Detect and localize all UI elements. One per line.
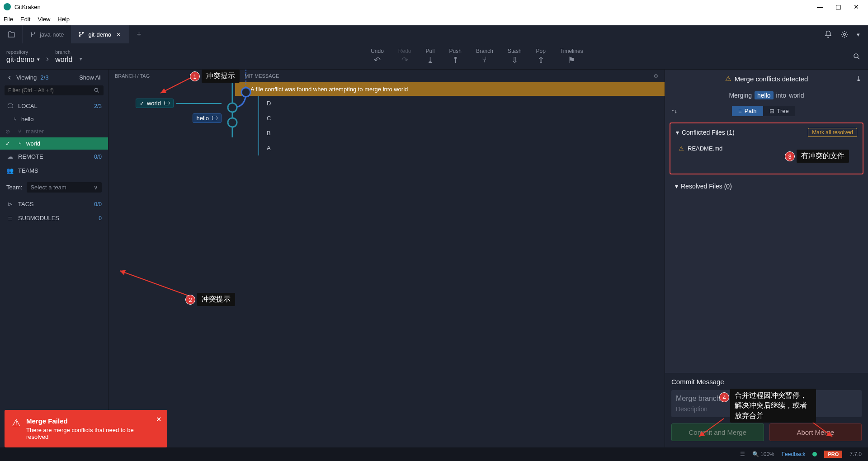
menu-view[interactable]: View (38, 14, 50, 25)
chevron-left-icon[interactable] (6, 75, 13, 81)
tab-label: git-demo (88, 31, 111, 38)
annotation-2-label: 冲突提示 (197, 293, 235, 306)
mark-all-resolved-button[interactable]: Mark all resolved (808, 128, 857, 137)
close-button[interactable]: ✕ (852, 3, 861, 10)
svg-point-1 (31, 35, 32, 36)
svg-point-7 (854, 54, 858, 58)
tab-git-demo[interactable]: git-demo × (71, 25, 129, 43)
layers-icon: ≣ (6, 215, 14, 221)
shield-warning-icon: ⚠ (12, 417, 21, 440)
repository-label: repository (6, 49, 40, 55)
toast-close-button[interactable]: ✕ (156, 415, 162, 423)
search-button[interactable] (845, 43, 868, 69)
menu-file[interactable]: File (4, 14, 13, 25)
view-tree-button[interactable]: ⊟Tree (763, 106, 795, 116)
download-icon[interactable]: ⤓ (856, 75, 862, 83)
menu-help[interactable]: Help (57, 14, 70, 25)
redo-button[interactable]: Redo↷ (398, 48, 411, 65)
team-select[interactable]: Select a team∨ (27, 182, 102, 193)
annotation-1: 1 (190, 71, 200, 81)
chevron-down-icon[interactable]: ▾ (80, 56, 82, 62)
svg-line-16 (160, 76, 194, 93)
tab-close-button[interactable]: × (115, 31, 122, 38)
view-path-button[interactable]: ≡Path (732, 106, 763, 116)
list-icon: ≡ (738, 108, 742, 114)
window-title: GitKraken (14, 4, 816, 10)
local-section[interactable]: 🖵LOCAL 2/3 (0, 99, 108, 113)
tab-java-note[interactable]: java-note (23, 25, 71, 43)
laptop-icon: 🖵 (212, 115, 217, 122)
branch-filter[interactable] (5, 85, 104, 95)
svg-line-18 (699, 419, 724, 437)
minimize-button[interactable]: — (816, 3, 825, 10)
teams-section[interactable]: 👥TEAMS (0, 164, 108, 178)
conflicted-header[interactable]: ▾Conflicted Files (1) (676, 129, 735, 136)
sidebar: Viewing 2/3 Show All 🖵LOCAL 2/3 ⑂hello ⊘… (0, 70, 108, 447)
annotation-1-label: 冲突提示 (202, 70, 240, 83)
branch-master[interactable]: ⊘⑂master (0, 125, 108, 137)
search-icon (853, 52, 861, 61)
gear-icon[interactable] (840, 30, 849, 38)
stash-button[interactable]: Stash⇩ (508, 48, 522, 65)
svg-point-8 (94, 88, 98, 91)
svg-point-2 (34, 32, 35, 33)
tag-icon: ⊳ (6, 201, 14, 207)
commit-row[interactable]: A (108, 141, 665, 155)
repository-selector[interactable]: git-demo ▾ (6, 56, 40, 64)
main-content: Viewing 2/3 Show All 🖵LOCAL 2/3 ⑂hello ⊘… (0, 70, 868, 447)
branch-icon (30, 31, 36, 38)
branch-label: branch (55, 49, 72, 55)
toast-body: There are merge conflicts that need to b… (26, 427, 149, 440)
window-titlebar: GitKraken — ▢ ✕ (0, 0, 868, 14)
annotation-3-label: 有冲突的文件 (797, 150, 849, 163)
toolbar: repository git-demo ▾ branch world ▾ Und… (0, 43, 868, 70)
branch-icon: ⑂ (19, 141, 22, 147)
gear-icon[interactable]: ⚙ (654, 73, 658, 79)
merge-panel: ⚠ Merge conflicts detected ⤓ Merging hel… (665, 70, 868, 447)
home-tab[interactable] (0, 25, 23, 43)
laptop-icon: 🖵 (164, 100, 170, 107)
branch-badge-hello[interactable]: hello🖵 (193, 113, 222, 123)
tags-section[interactable]: ⊳TAGS 0/0 (0, 197, 108, 211)
submodules-section[interactable]: ≣SUBMODULES 0 (0, 211, 108, 225)
commit-row[interactable]: hello🖵 C (108, 111, 665, 126)
filter-input[interactable] (8, 87, 94, 94)
sort-icon[interactable]: ↑↓ (665, 108, 677, 114)
menubar: File Edit View Help (0, 14, 868, 25)
branch-button[interactable]: Branch⑂ (476, 48, 493, 65)
maximize-button[interactable]: ▢ (834, 3, 843, 10)
show-all-button[interactable]: Show All (79, 74, 102, 81)
eye-off-icon: ⊘ (5, 128, 10, 135)
tabbar: java-note git-demo × + ▾ (0, 25, 868, 43)
annotation-3: 3 (785, 151, 795, 161)
commit-row[interactable]: ✓world🖵 D (108, 96, 665, 111)
branch-badge-world[interactable]: ✓world🖵 (136, 99, 174, 108)
undo-button[interactable]: Undo↶ (371, 48, 384, 65)
resolved-header[interactable]: ▾Resolved Files (0) (675, 183, 858, 190)
branch-selector[interactable]: world (55, 56, 72, 64)
annotation-4-label: 合并过程因冲突暂停，解决冲突后继续，或者放弃合并 (730, 389, 816, 423)
branch-world[interactable]: ✓⑂world (0, 137, 108, 150)
viewing-label: Viewing (16, 74, 37, 81)
chevron-down-icon[interactable]: ▾ (857, 31, 860, 38)
commit-section: Commit Message Merge branch Description … (665, 373, 868, 447)
svg-point-5 (83, 32, 84, 33)
toast-title: Merge Failed (26, 417, 149, 425)
branch-icon (78, 31, 85, 38)
svg-line-17 (120, 271, 194, 298)
viewing-count: 2/3 (40, 74, 48, 81)
menu-edit[interactable]: Edit (20, 14, 30, 25)
annotation-4: 4 (719, 392, 729, 402)
new-tab-button[interactable]: + (129, 30, 149, 39)
svg-point-0 (31, 32, 32, 33)
chevron-down-icon: ▾ (676, 129, 679, 136)
branch-hello[interactable]: ⑂hello (0, 113, 108, 125)
pull-button[interactable]: Pull⤓ (426, 48, 435, 65)
pop-button[interactable]: Pop⇧ (536, 48, 546, 65)
remote-section[interactable]: ☁REMOTE 0/0 (0, 150, 108, 164)
commit-row[interactable]: B (108, 126, 665, 141)
bell-icon[interactable] (824, 30, 832, 38)
conflicted-files-box: ▾Conflicted Files (1) Mark all resolved … (670, 122, 863, 174)
push-button[interactable]: Push⤒ (449, 48, 462, 65)
timelines-button[interactable]: Timelines⚑ (560, 48, 583, 65)
